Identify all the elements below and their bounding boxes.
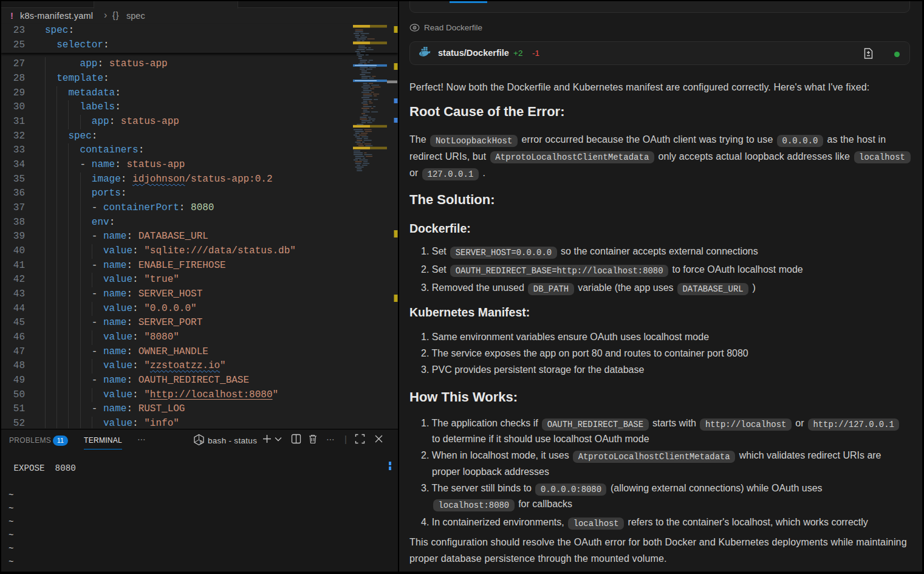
- svg-text:$: $: [200, 440, 202, 444]
